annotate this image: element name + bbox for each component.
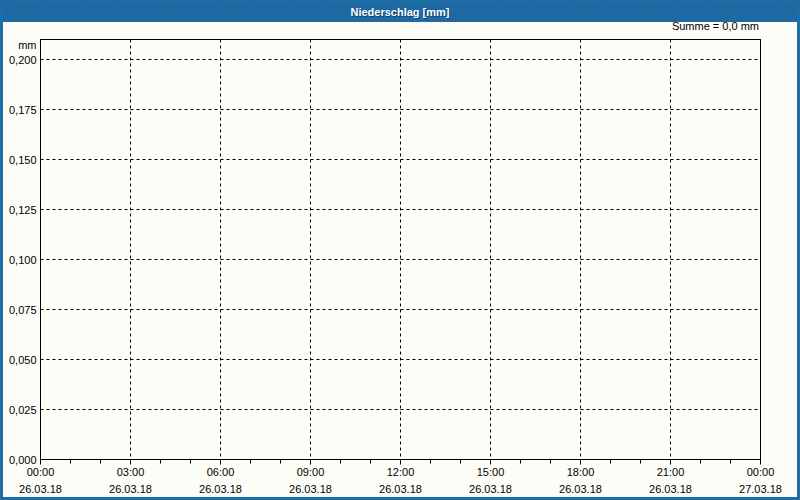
x-tick-date-label: 26.03.18 — [649, 483, 692, 495]
x-tick-date-label: 26.03.18 — [199, 483, 242, 495]
y-tick-label: 0,200 — [9, 54, 37, 66]
x-tick-date-label: 26.03.18 — [19, 483, 62, 495]
axis-ticks — [41, 460, 761, 465]
y-tick-label: 0,100 — [9, 254, 37, 266]
x-tick-time-label: 06:00 — [207, 466, 235, 478]
x-tick-time-label: 15:00 — [477, 466, 505, 478]
y-tick-label: 0,025 — [9, 404, 37, 416]
y-tick-label: 0,075 — [9, 304, 37, 316]
x-axis-labels: 00:0026.03.1803:0026.03.1806:0026.03.180… — [19, 466, 782, 495]
x-tick-date-label: 26.03.18 — [109, 483, 152, 495]
x-tick-time-label: 18:00 — [567, 466, 595, 478]
y-axis-labels: 0,0000,0250,0500,0750,1000,1250,1500,175… — [9, 39, 37, 466]
x-tick-time-label: 00:00 — [747, 466, 775, 478]
precipitation-chart: 0,0000,0250,0500,0750,1000,1250,1500,175… — [3, 3, 797, 497]
y-tick-label: 0,000 — [9, 454, 37, 466]
x-tick-date-label: 26.03.18 — [469, 483, 512, 495]
x-tick-time-label: 21:00 — [657, 466, 685, 478]
x-tick-time-label: 09:00 — [297, 466, 325, 478]
x-tick-time-label: 12:00 — [387, 466, 415, 478]
chart-window: Niederschlag [mm] Summe = 0,0 mm 0,0000,… — [0, 0, 800, 500]
y-tick-label: 0,175 — [9, 104, 37, 116]
x-tick-time-label: 00:00 — [27, 466, 55, 478]
x-tick-date-label: 26.03.18 — [559, 483, 602, 495]
y-tick-label: 0,150 — [9, 154, 37, 166]
x-tick-date-label: 26.03.18 — [289, 483, 332, 495]
y-axis-unit-label: mm — [18, 39, 36, 51]
x-tick-date-label: 27.03.18 — [739, 483, 782, 495]
x-tick-date-label: 26.03.18 — [379, 483, 422, 495]
y-tick-label: 0,050 — [9, 354, 37, 366]
x-tick-time-label: 03:00 — [117, 466, 145, 478]
y-tick-label: 0,125 — [9, 204, 37, 216]
gridlines — [41, 40, 761, 460]
